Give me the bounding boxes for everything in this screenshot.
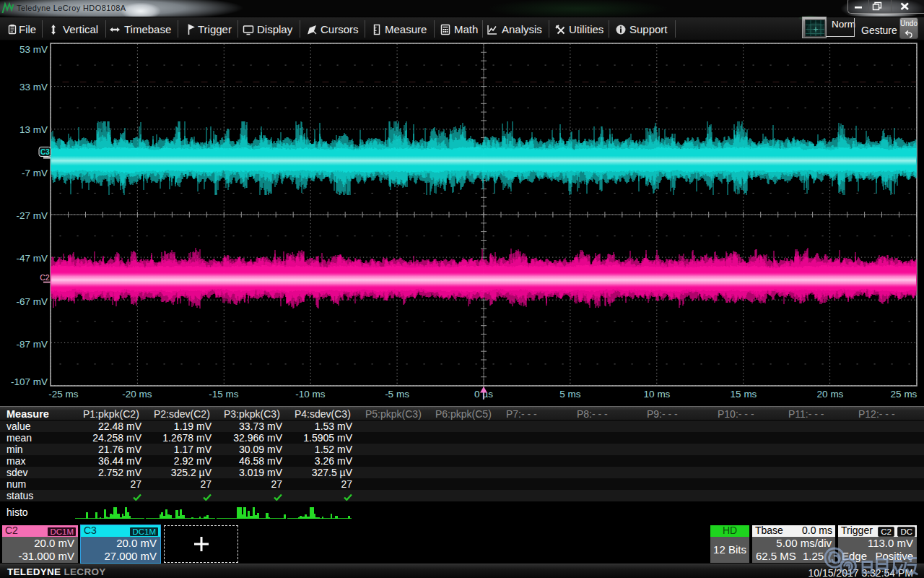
svg-text:33 mV: 33 mV <box>19 82 48 92</box>
svg-text:-25 ms: -25 ms <box>48 389 79 400</box>
svg-text:5 ms: 5 ms <box>559 389 581 400</box>
svg-text:-27 mV: -27 mV <box>16 210 48 221</box>
svg-text:13 mV: 13 mV <box>19 124 48 135</box>
svg-text:C2: C2 <box>40 273 50 282</box>
svg-text:-67 mV: -67 mV <box>16 296 48 307</box>
svg-text:20 ms: 20 ms <box>817 389 844 400</box>
svg-text:15 ms: 15 ms <box>731 389 757 400</box>
svg-text:53 mV: 53 mV <box>19 44 48 55</box>
svg-text:-107 mV: -107 mV <box>11 376 48 387</box>
svg-text:-20 ms: -20 ms <box>122 389 152 400</box>
svg-text:-47 mV: -47 mV <box>16 253 48 264</box>
svg-text:-15 ms: -15 ms <box>209 389 239 400</box>
svg-text:-87 mV: -87 mV <box>16 339 48 350</box>
svg-text:-7 mV: -7 mV <box>22 168 48 178</box>
svg-text:10 ms: 10 ms <box>644 389 671 400</box>
svg-text:C3: C3 <box>40 148 50 156</box>
svg-text:-10 ms: -10 ms <box>295 389 326 400</box>
svg-text:-5 ms: -5 ms <box>385 389 409 400</box>
svg-text:25 ms: 25 ms <box>891 389 918 400</box>
